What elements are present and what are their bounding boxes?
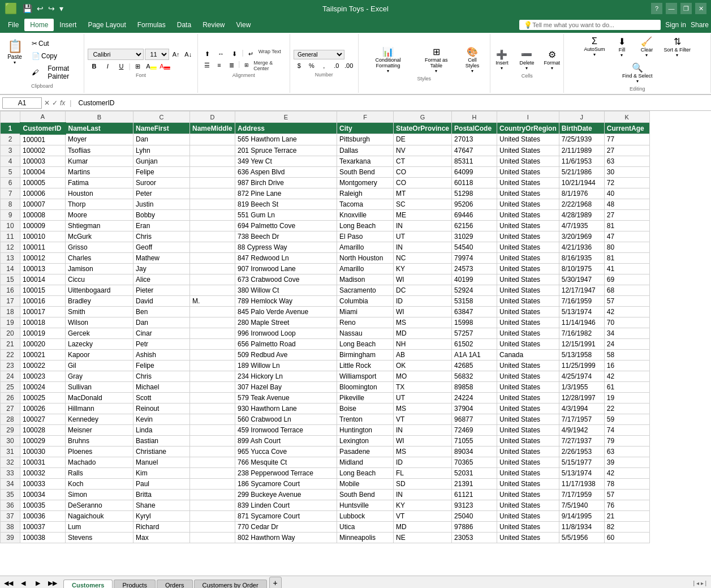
copy-button[interactable]: 📄 Copy bbox=[28, 50, 80, 62]
table-cell[interactable]: Ploenes bbox=[66, 446, 133, 457]
delete-button[interactable]: ➖ Delete ▾ bbox=[515, 48, 538, 72]
table-cell[interactable] bbox=[190, 306, 235, 317]
table-cell[interactable]: United States bbox=[497, 381, 559, 392]
table-cell[interactable]: Kyryl bbox=[133, 510, 190, 521]
table-cell[interactable]: IN bbox=[394, 424, 452, 435]
table-cell[interactable]: 100015 bbox=[20, 285, 66, 295]
table-cell[interactable] bbox=[190, 510, 235, 521]
table-cell[interactable]: 459 Ironwood Terrace bbox=[235, 424, 337, 435]
table-cell[interactable]: 70 bbox=[604, 317, 649, 328]
help-button[interactable]: ? bbox=[651, 3, 662, 14]
table-cell[interactable]: Felipe bbox=[133, 166, 190, 177]
table-cell[interactable] bbox=[190, 414, 235, 424]
table-cell[interactable]: Raleigh bbox=[337, 188, 394, 199]
menu-item-view[interactable]: View bbox=[231, 19, 257, 31]
table-cell[interactable]: 100033 bbox=[20, 478, 66, 489]
table-cell[interactable]: 57 bbox=[604, 489, 649, 500]
scroll-sheets-right[interactable]: ▶ bbox=[32, 578, 44, 589]
table-cell[interactable]: MT bbox=[394, 188, 452, 199]
table-cell[interactable]: 41 bbox=[604, 263, 649, 274]
align-right-button[interactable]: ≣ bbox=[226, 60, 237, 70]
number-format-select[interactable]: General Number Currency bbox=[294, 50, 344, 59]
table-cell[interactable]: United States bbox=[497, 295, 559, 306]
table-cell[interactable]: United States bbox=[497, 274, 559, 285]
table-cell[interactable]: IN bbox=[394, 489, 452, 500]
table-cell[interactable]: United States bbox=[497, 424, 559, 435]
table-cell[interactable]: 100032 bbox=[20, 467, 66, 478]
merge-center-button[interactable]: ⊞ bbox=[241, 60, 252, 70]
table-cell[interactable]: 100025 bbox=[20, 392, 66, 403]
table-cell[interactable]: 234 Hickory Ln bbox=[235, 371, 337, 381]
table-cell[interactable]: A1A 1A1 bbox=[452, 349, 497, 360]
table-cell[interactable]: 56832 bbox=[452, 371, 497, 381]
table-cell[interactable]: 40 bbox=[604, 188, 649, 199]
table-cell[interactable]: 81 bbox=[604, 220, 649, 231]
menu-item-review[interactable]: Review bbox=[197, 19, 230, 31]
table-cell[interactable] bbox=[190, 371, 235, 381]
table-cell[interactable]: Lazecky bbox=[66, 338, 133, 349]
save-button[interactable]: 💾 bbox=[21, 3, 33, 14]
table-cell[interactable]: 7/5/1940 bbox=[559, 500, 604, 510]
table-cell[interactable]: OK bbox=[394, 360, 452, 371]
table-cell[interactable]: 201 Spruce Terrace bbox=[235, 145, 337, 156]
table-cell[interactable]: United States bbox=[497, 166, 559, 177]
table-cell[interactable]: Minneapolis bbox=[337, 532, 394, 543]
table-cell[interactable]: Williamsport bbox=[337, 371, 394, 381]
table-cell[interactable]: 7/17/1959 bbox=[559, 489, 604, 500]
col-header-C[interactable]: C bbox=[133, 111, 190, 123]
table-cell[interactable] bbox=[190, 381, 235, 392]
table-cell[interactable]: Houston bbox=[66, 188, 133, 199]
table-cell[interactable]: United States bbox=[497, 188, 559, 199]
table-cell[interactable]: 7/16/1982 bbox=[559, 328, 604, 338]
table-cell[interactable]: 59 bbox=[604, 414, 649, 424]
table-cell[interactable]: Little Rock bbox=[337, 360, 394, 371]
table-cell[interactable]: 5/15/1977 bbox=[559, 457, 604, 467]
table-cell[interactable]: Long Beach bbox=[337, 338, 394, 349]
table-cell[interactable]: 47 bbox=[604, 231, 649, 242]
table-cell[interactable]: 8/16/1935 bbox=[559, 252, 604, 263]
table-cell[interactable]: Bruhns bbox=[66, 435, 133, 446]
table-cell[interactable]: United States bbox=[497, 457, 559, 467]
table-cell[interactable]: 5/13/1974 bbox=[559, 467, 604, 478]
table-cell[interactable]: MS bbox=[394, 446, 452, 457]
format-as-table-button[interactable]: ⊞ Format as Table ▾ bbox=[417, 45, 456, 75]
table-cell[interactable]: 12/15/1991 bbox=[559, 338, 604, 349]
table-cell[interactable]: 63 bbox=[604, 156, 649, 166]
table-cell[interactable]: Petr bbox=[133, 338, 190, 349]
table-cell[interactable]: 4/21/1936 bbox=[559, 242, 604, 252]
table-cell[interactable]: 61502 bbox=[452, 338, 497, 349]
table-cell[interactable]: Suroor bbox=[133, 177, 190, 188]
table-cell[interactable]: 11/8/1934 bbox=[559, 521, 604, 532]
table-cell[interactable]: 7/16/1959 bbox=[559, 295, 604, 306]
fill-button[interactable]: ⬇ Fill ▾ bbox=[610, 35, 633, 59]
table-cell[interactable]: 12/17/1947 bbox=[559, 285, 604, 295]
table-cell[interactable]: United States bbox=[497, 263, 559, 274]
table-cell[interactable] bbox=[190, 403, 235, 414]
col-header-K[interactable]: K bbox=[604, 111, 649, 123]
table-cell[interactable]: 965 Yucca Cove bbox=[235, 446, 337, 457]
table-cell[interactable]: 62156 bbox=[452, 220, 497, 231]
table-cell[interactable]: UT bbox=[394, 392, 452, 403]
table-cell[interactable]: 100023 bbox=[20, 371, 66, 381]
new-sheet-button[interactable]: + bbox=[269, 577, 282, 589]
table-cell[interactable]: United States bbox=[497, 414, 559, 424]
sheet-tab-customers[interactable]: Customers bbox=[63, 580, 113, 588]
table-cell[interactable]: Hillmann bbox=[66, 403, 133, 414]
table-cell[interactable]: 80 bbox=[604, 242, 649, 252]
table-cell[interactable] bbox=[190, 338, 235, 349]
font-name-select[interactable]: Calibri Arial bbox=[88, 49, 144, 60]
table-cell[interactable]: 100038 bbox=[20, 532, 66, 543]
table-cell[interactable]: 694 Palmetto Cove bbox=[235, 220, 337, 231]
table-cell[interactable]: 847 Redwood Ln bbox=[235, 252, 337, 263]
table-cell[interactable]: 74 bbox=[604, 424, 649, 435]
table-cell[interactable]: 100024 bbox=[20, 381, 66, 392]
table-cell[interactable]: 93123 bbox=[452, 500, 497, 510]
header-cell-BirthDate[interactable]: BirthDate bbox=[559, 123, 604, 134]
col-header-D[interactable]: D bbox=[190, 111, 235, 123]
align-middle-button[interactable]: ↔ bbox=[215, 49, 227, 59]
table-cell[interactable]: 11/6/1953 bbox=[559, 156, 604, 166]
table-cell[interactable]: Bradley bbox=[66, 295, 133, 306]
table-cell[interactable]: 100034 bbox=[20, 489, 66, 500]
table-cell[interactable]: Gercek bbox=[66, 328, 133, 338]
table-cell[interactable]: United States bbox=[497, 199, 559, 209]
